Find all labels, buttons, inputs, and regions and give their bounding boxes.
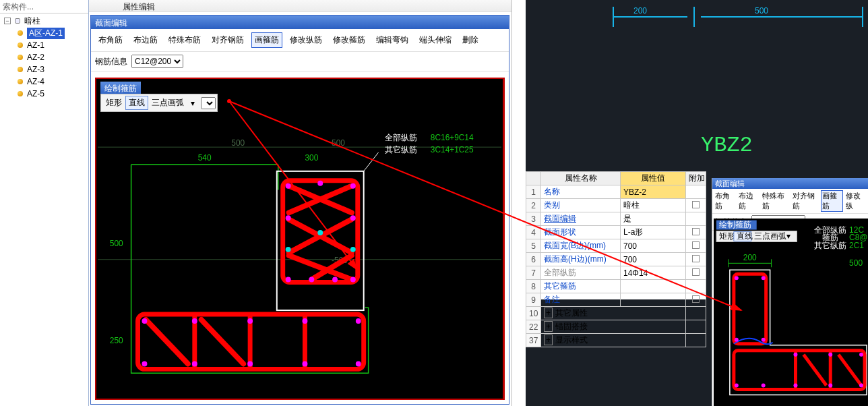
prop-extra[interactable] xyxy=(686,239,706,253)
prop-extra[interactable] xyxy=(686,226,706,239)
prop-value[interactable] xyxy=(621,280,686,293)
mini-tab-5[interactable]: 修改纵 xyxy=(844,190,867,212)
bullet-icon xyxy=(18,67,23,72)
dim-500: 500 xyxy=(110,239,123,248)
tab-align-rebar[interactable]: 对齐钢筋 xyxy=(208,32,247,48)
prop-group[interactable]: 其它属性 xyxy=(555,308,588,318)
tab-end-extend[interactable]: 端头伸缩 xyxy=(416,32,455,48)
tab-mod-stirrup[interactable]: 修改箍筋 xyxy=(330,32,369,48)
mini-canvas[interactable]: 绘制箍筋 矩形 直线 三点画弧 ▾ 全部纵筋 12C 箍筋 C8@ 其它纵筋 2… xyxy=(714,219,868,406)
expand-icon[interactable]: + xyxy=(544,335,553,345)
tab-mod-long[interactable]: 修改纵筋 xyxy=(286,32,326,48)
right-preview-zone: 200 500 YBZ2 属性名称 属性值 附加 1名称YBZ-2 2类别暗柱 … xyxy=(526,0,868,406)
svg-line-3 xyxy=(364,152,379,171)
row-num: 5 xyxy=(526,239,541,253)
svg-point-28 xyxy=(192,318,197,324)
tab-special-rebar[interactable]: 特殊布筋 xyxy=(165,32,204,48)
tree-item-az3[interactable]: AZ-3 xyxy=(1,63,88,76)
collapse-icon[interactable]: − xyxy=(4,18,11,24)
prop-extra[interactable] xyxy=(686,266,706,280)
prop-extra[interactable] xyxy=(686,199,706,212)
mini-tab-1[interactable]: 布边筋 xyxy=(737,190,760,212)
ybz-label: YBZ2 xyxy=(701,135,753,156)
svg-point-60 xyxy=(735,384,739,388)
tree-root-node[interactable]: − 暗柱 xyxy=(1,15,88,27)
tree-root-label: 暗柱 xyxy=(24,16,40,27)
svg-point-35 xyxy=(356,361,361,366)
mini-leg-oth-l: 其它纵筋 xyxy=(814,241,846,250)
mini-editor-title: 截面编辑 xyxy=(712,178,868,189)
bullet-icon xyxy=(18,30,23,36)
mini-shape-arc[interactable]: 三点画弧 xyxy=(754,231,786,241)
mini-stirrup-header: 绘制箍筋 xyxy=(719,220,751,229)
tab-edge-rebar[interactable]: 布边筋 xyxy=(130,32,161,48)
svg-point-26 xyxy=(142,318,147,324)
prop-value[interactable]: L-a形 xyxy=(621,226,686,239)
legend-all-value: 8C16+9C14 xyxy=(431,133,474,142)
component-tree-panel: 索构件... − 暗柱 A区-AZ-1 AZ-1 AZ-2 AZ-3 AZ-4 … xyxy=(0,0,89,406)
row-num: 7 xyxy=(526,266,541,280)
tab-delete[interactable]: 删除 xyxy=(459,32,482,48)
prop-name[interactable]: 截面形状 xyxy=(541,226,621,239)
prop-name[interactable]: 名称 xyxy=(541,185,621,199)
prop-group[interactable]: 锚固搭接 xyxy=(555,322,588,331)
prop-extra[interactable] xyxy=(686,293,706,307)
mini-shape-dd-icon[interactable]: ▾ xyxy=(786,231,790,241)
prop-extra[interactable] xyxy=(686,253,706,266)
legend-all-label: 全部纵筋 xyxy=(385,133,417,142)
bullet-icon xyxy=(18,55,23,60)
svg-line-55 xyxy=(838,355,861,386)
svg-point-36 xyxy=(317,230,323,235)
prop-extra[interactable] xyxy=(686,185,706,199)
prop-name[interactable]: 全部纵筋 xyxy=(541,266,621,280)
svg-point-64 xyxy=(828,353,832,357)
prop-value[interactable]: 是 xyxy=(621,212,686,226)
rebar-info-select[interactable]: C12@200 xyxy=(131,55,183,68)
mini-toolbar: 布角筋 布边筋 特殊布筋 对齐钢筋 画箍筋 修改纵 xyxy=(712,189,868,214)
mini-shape-line[interactable]: 直线 xyxy=(737,231,753,241)
prop-name[interactable]: 其它箍筋 xyxy=(541,280,621,293)
mini-tab-2[interactable]: 特殊布筋 xyxy=(761,190,790,212)
col-extra[interactable]: 附加 xyxy=(686,172,706,185)
prop-name[interactable]: 类别 xyxy=(541,199,621,212)
prop-name[interactable]: 备注 xyxy=(541,293,621,307)
mini-tab-0[interactable]: 布角筋 xyxy=(714,190,736,212)
tree-item-label: AZ-2 xyxy=(27,53,44,62)
tree-item-az1-area[interactable]: A区-AZ-1 xyxy=(1,27,88,39)
prop-value[interactable]: 700 xyxy=(621,239,686,253)
tab-draw-stirrup[interactable]: 画箍筋 xyxy=(251,32,282,48)
expand-icon[interactable]: + xyxy=(544,321,553,332)
svg-point-21 xyxy=(350,215,356,221)
prop-name[interactable]: 截面宽(B边)(mm) xyxy=(541,239,621,253)
expand-icon[interactable]: + xyxy=(544,308,553,318)
row-num: 6 xyxy=(526,253,541,266)
tree-item-az4[interactable]: AZ-4 xyxy=(1,76,88,88)
section-canvas[interactable]: 绘制箍筋 矩形 直线 三点画弧 ▾ 500 500 -500 xyxy=(95,78,505,400)
col-propname[interactable]: 属性名称 xyxy=(541,172,621,185)
prop-value[interactable]: 14Φ14 xyxy=(621,266,686,280)
svg-point-57 xyxy=(762,276,766,280)
prop-name-link[interactable]: 截面编辑 xyxy=(541,212,621,226)
prop-value[interactable]: 暗柱 xyxy=(621,199,686,212)
mini-shape-rect[interactable]: 矩形 xyxy=(719,231,735,241)
tree-item-az5[interactable]: AZ-5 xyxy=(1,88,88,100)
tree-item-az1[interactable]: AZ-1 xyxy=(1,39,88,51)
tree-search-input[interactable]: 索构件... xyxy=(0,0,88,13)
tab-corner-rebar[interactable]: 布角筋 xyxy=(95,32,126,48)
prop-value[interactable]: YBZ-2 xyxy=(621,185,686,199)
editor-toolbar: 布角筋 布边筋 特殊布筋 对齐钢筋 画箍筋 修改纵筋 修改箍筋 编辑弯钩 端头伸… xyxy=(91,29,509,52)
mini-tab-4[interactable]: 画箍筋 xyxy=(821,190,843,212)
prop-extra[interactable] xyxy=(686,280,706,293)
svg-line-54 xyxy=(803,355,826,386)
col-propval[interactable]: 属性值 xyxy=(621,172,686,185)
prop-group[interactable]: 显示样式 xyxy=(555,335,588,345)
mini-tab-3[interactable]: 对齐钢筋 xyxy=(791,190,820,212)
tree-item-az2[interactable]: AZ-2 xyxy=(1,51,88,63)
tab-edit-hook[interactable]: 编辑弯钩 xyxy=(373,32,412,48)
prop-value[interactable] xyxy=(621,293,686,307)
mini-leg-oth-v: 2C1 xyxy=(849,241,864,250)
prop-name[interactable]: 截面高(H边)(mm) xyxy=(541,253,621,266)
prop-value[interactable]: 700 xyxy=(621,253,686,266)
rebar-info-row: 钢筋信息 C12@200 xyxy=(91,52,509,71)
prop-extra[interactable] xyxy=(686,212,706,226)
